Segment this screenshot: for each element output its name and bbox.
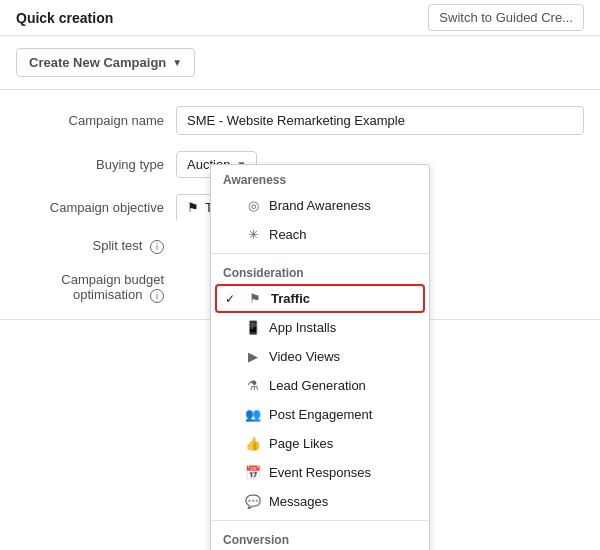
menu-item-post-engagement[interactable]: 👥 Post Engagement [211,400,429,429]
objective-dropdown-menu: Awareness ◎ Brand Awareness ✳ Reach Cons… [210,164,430,550]
campaign-name-row: Campaign name [16,98,584,143]
create-campaign-caret: ▼ [172,57,182,68]
brand-awareness-icon: ◎ [245,198,261,213]
divider-1 [211,253,429,254]
app-installs-label: App Installs [269,320,336,335]
page-likes-label: Page Likes [269,436,333,451]
split-test-label: Split test i [16,238,176,254]
event-responses-icon: 📅 [245,465,261,480]
lead-generation-icon: ⚗ [245,378,261,393]
menu-item-brand-awareness[interactable]: ◎ Brand Awareness [211,191,429,220]
post-engagement-label: Post Engagement [269,407,372,422]
traffic-check: ✓ [225,292,239,306]
campaign-name-label: Campaign name [16,113,176,128]
traffic-label: Traffic [271,291,310,306]
awareness-group-label: Awareness [211,165,429,191]
menu-item-video-views[interactable]: ▶ Video Views [211,342,429,371]
budget-label: Campaign budget optimisation i [16,272,176,303]
split-test-info-icon[interactable]: i [150,240,164,254]
menu-item-traffic[interactable]: ✓ ⚑ Traffic [215,284,425,313]
conversion-group-label: Conversion [211,525,429,550]
page-title: Quick creation [16,10,113,26]
menu-item-app-installs[interactable]: 📱 App Installs [211,313,429,342]
menu-item-messages[interactable]: 💬 Messages [211,487,429,516]
lead-generation-label: Lead Generation [269,378,366,393]
messages-label: Messages [269,494,328,509]
campaign-objective-label: Campaign objective [16,200,176,215]
video-views-label: Video Views [269,349,340,364]
menu-item-lead-generation[interactable]: ⚗ Lead Generation [211,371,429,400]
campaign-section: Create New Campaign ▼ [0,36,600,90]
event-responses-label: Event Responses [269,465,371,480]
post-engagement-icon: 👥 [245,407,261,422]
reach-label: Reach [269,227,307,242]
traffic-icon: ⚑ [187,200,199,215]
menu-item-event-responses[interactable]: 📅 Event Responses [211,458,429,487]
main-content: Create New Campaign ▼ Campaign name Buyi… [0,36,600,550]
buying-type-label: Buying type [16,157,176,172]
consideration-group-label: Consideration [211,258,429,284]
messages-icon: 💬 [245,494,261,509]
video-views-icon: ▶ [245,349,261,364]
brand-awareness-label: Brand Awareness [269,198,371,213]
menu-item-page-likes[interactable]: 👍 Page Likes [211,429,429,458]
menu-item-reach[interactable]: ✳ Reach [211,220,429,249]
divider-2 [211,520,429,521]
campaign-name-input[interactable] [176,106,584,135]
create-campaign-label: Create New Campaign [29,55,166,70]
app-installs-icon: 📱 [245,320,261,335]
switch-to-guided-button[interactable]: Switch to Guided Cre... [428,4,584,31]
reach-icon: ✳ [245,227,261,242]
create-campaign-button[interactable]: Create New Campaign ▼ [16,48,195,77]
traffic-icon: ⚑ [247,291,263,306]
page-likes-icon: 👍 [245,436,261,451]
budget-info-icon[interactable]: i [150,289,164,303]
header: Quick creation Switch to Guided Cre... [0,0,600,36]
